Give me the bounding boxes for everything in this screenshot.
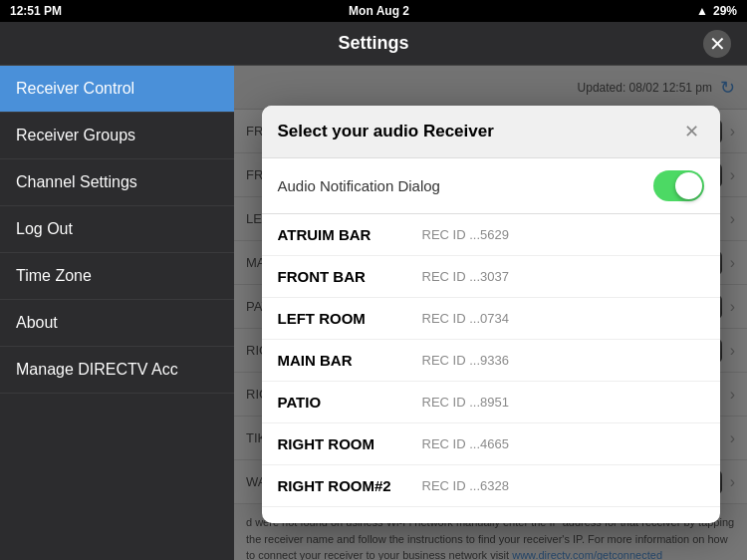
wifi-icon: ▲: [696, 4, 708, 18]
status-date: Mon Aug 2: [349, 4, 409, 18]
list-item[interactable]: ATRUIM BAR REC ID ...5629: [262, 214, 720, 256]
modal-title: Select your audio Receiver: [278, 122, 494, 141]
modal-overlay: Select your audio Receiver ✕ Audio Notif…: [234, 66, 747, 560]
list-item[interactable]: RIGHT ROOM#2 REC ID ...6328: [262, 465, 720, 507]
main-layout: Receiver Control Receiver Groups Channel…: [0, 66, 747, 560]
status-time: 12:51 PM: [10, 4, 62, 18]
receiver-id: REC ID ...1654: [422, 520, 509, 523]
audio-notification-row: Audio Notification Dialog: [262, 158, 720, 214]
list-item[interactable]: FRONT BAR REC ID ...3037: [262, 256, 720, 298]
toggle-knob: [675, 172, 702, 199]
audio-receiver-modal: Select your audio Receiver ✕ Audio Notif…: [262, 106, 720, 523]
receiver-name: ATRUIM BAR: [278, 226, 422, 243]
modal-header: Select your audio Receiver ✕: [262, 106, 720, 158]
sidebar: Receiver Control Receiver Groups Channel…: [0, 66, 234, 560]
receiver-id: REC ID ...8951: [422, 395, 509, 410]
content-area: Updated: 08/02 12:51 pm ↻ FRONT BAR REC …: [234, 66, 747, 560]
list-item[interactable]: RIGHT ROOM REC ID ...4665: [262, 423, 720, 465]
battery-text: 29%: [713, 4, 737, 18]
receiver-name: RIGHT ROOM: [278, 435, 422, 452]
receiver-name: FRONT BAR: [278, 268, 422, 285]
receiver-name: PATIO: [278, 394, 422, 411]
sidebar-item-channel-settings[interactable]: Channel Settings: [0, 159, 234, 206]
audio-notification-label: Audio Notification Dialog: [278, 177, 440, 194]
sidebar-item-log-out[interactable]: Log Out: [0, 206, 234, 253]
receiver-id: REC ID ...3037: [422, 269, 509, 284]
sidebar-item-manage-directv[interactable]: Manage DIRECTV Acc: [0, 347, 234, 394]
status-bar: 12:51 PM Mon Aug 2 ▲ 29%: [0, 0, 747, 22]
receiver-id: REC ID ...4665: [422, 436, 509, 451]
header-title: Settings: [338, 33, 408, 54]
modal-receiver-list: ATRUIM BAR REC ID ...5629 FRONT BAR REC …: [262, 214, 720, 523]
audio-notification-toggle[interactable]: [653, 170, 704, 201]
receiver-name: MAIN BAR: [278, 352, 422, 369]
list-item[interactable]: PATIO REC ID ...8951: [262, 382, 720, 423]
receiver-id: REC ID ...9336: [422, 353, 509, 368]
list-item[interactable]: MAIN BAR REC ID ...9336: [262, 340, 720, 382]
status-right: ▲ 29%: [696, 4, 737, 18]
modal-close-button[interactable]: ✕: [680, 120, 704, 143]
list-item[interactable]: LEFT ROOM REC ID ...0734: [262, 298, 720, 340]
receiver-id: REC ID ...0734: [422, 311, 509, 326]
header: Settings ✕: [0, 22, 747, 66]
sidebar-item-time-zone[interactable]: Time Zone: [0, 253, 234, 300]
sidebar-item-about[interactable]: About: [0, 300, 234, 347]
list-item[interactable]: TIKI BAR REC ID ...1654: [262, 507, 720, 523]
sidebar-item-receiver-groups[interactable]: Receiver Groups: [0, 113, 234, 159]
header-close-button[interactable]: ✕: [703, 30, 731, 58]
sidebar-item-receiver-control[interactable]: Receiver Control: [0, 66, 234, 113]
receiver-name: LEFT ROOM: [278, 310, 422, 327]
receiver-name: RIGHT ROOM#2: [278, 477, 422, 494]
receiver-id: REC ID ...5629: [422, 227, 509, 242]
receiver-id: REC ID ...6328: [422, 478, 509, 493]
receiver-name: TIKI BAR: [278, 519, 422, 523]
